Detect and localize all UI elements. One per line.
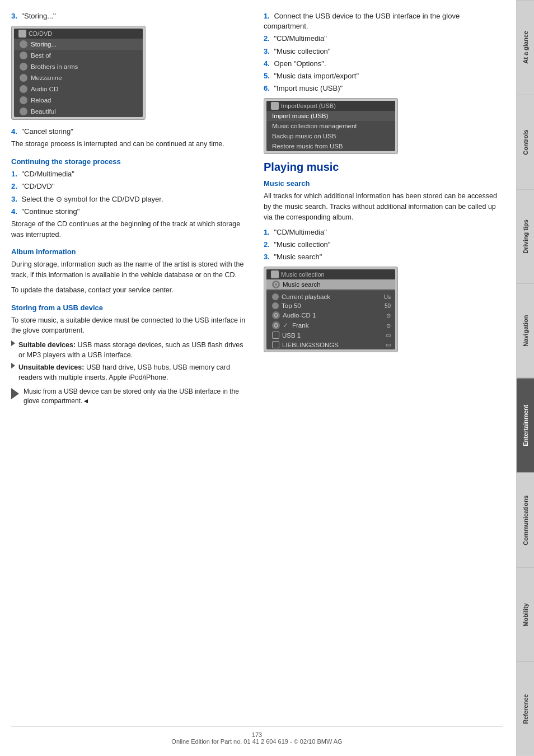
usb-step-1: 1. Connect the USB device to the USB int… [264, 11, 503, 31]
unsuitable-bullet-icon [11, 363, 15, 368]
mc-disc-icon-2 [272, 311, 280, 319]
import-item-import[interactable]: Import music (USB) [266, 111, 395, 121]
mc-title-text: Music collection [281, 271, 325, 278]
audiocd-icon [20, 85, 27, 93]
usb-suitable-text: Suitable devices: USB mass storage devic… [18, 340, 250, 360]
ms-step-2-text: "Music collection" [274, 240, 330, 249]
usb-step-4-num: 4. [264, 59, 270, 68]
ms-step-3-text: "Music search" [274, 253, 322, 261]
cont-step-3-num: 3. [11, 195, 17, 203]
playing-music-heading: Playing music [264, 161, 503, 174]
page-number: 173 [252, 731, 262, 738]
sidebar-tab-entertainment[interactable]: Entertainment [517, 378, 534, 473]
continuing-desc: Storage of the CD continues at the begin… [11, 219, 250, 240]
usb-unsuitable-label: Unsuitable devices: [18, 363, 84, 371]
tab-label-mobility: Mobility [522, 603, 529, 627]
beautiful-label: Beautiful [31, 108, 56, 115]
mc-audiocd1-badge: ⊙ [386, 312, 391, 319]
mc-title-bar: Music collection [266, 269, 395, 279]
usb-step-4-text: Open "Options". [274, 59, 326, 68]
usb-step-5-text: "Music data import/export" [274, 72, 359, 80]
cd-item-bestof[interactable]: Best of [14, 50, 143, 61]
note-triangle-icon [11, 388, 19, 399]
mc-frank-label: ✓ Frank [272, 321, 308, 329]
mc-lieblings-label: LIEBLINGSSONGS [272, 341, 339, 348]
edition-text: Online Edition for Part no. 01 41 2 604 … [171, 738, 342, 745]
cd-dvd-title-bar: CD/DVD [14, 29, 143, 39]
sidebar-tab-navigation[interactable]: Navigation [517, 283, 534, 378]
left-column: 3. "Storing..." CD/DVD Storing... [11, 11, 250, 715]
tab-label-at-a-glance: At a glance [522, 31, 529, 64]
ms-step-1-num: 1. [264, 228, 270, 236]
sidebar-tab-reference[interactable]: Reference [517, 661, 534, 756]
mc-nav-icon-1 [272, 293, 279, 300]
cd-item-beautiful[interactable]: Beautiful [14, 106, 143, 117]
cd-dvd-title-text: CD/DVD [29, 30, 52, 37]
brothers-label: Brothers in arms [31, 63, 78, 70]
usb-unsuitable-text: Unsuitable devices: USB hard drive, USB … [18, 363, 250, 382]
mc-nav-icon-2 [272, 302, 279, 309]
sidebar-tabs: At a glance Controls Driving tips Naviga… [516, 0, 534, 756]
import-screen-icon [271, 102, 279, 110]
usb-note-text: Music from a USB device can be stored on… [24, 387, 250, 406]
mc-row-frank[interactable]: ✓ Frank ⊙ [266, 320, 395, 330]
cont-step-2-text: "CD/DVD" [21, 182, 54, 190]
album-title: Album information [11, 248, 250, 256]
usb-step-1-text: Connect the USB device to the USB interf… [264, 12, 460, 30]
mc-row-lieblings[interactable]: LIEBLINGSSONGS ▭ [266, 340, 395, 349]
audiocd-label: Audio CD [31, 86, 58, 92]
step-3-text: "Storing..." [21, 12, 55, 20]
usb-step-5: 5. "Music data import/export" [264, 71, 503, 81]
collection-management-label: Music collection management [272, 123, 357, 129]
mc-row-audiocd1[interactable]: Audio-CD 1 ⊙ [266, 310, 395, 320]
usb-step-5-num: 5. [264, 72, 270, 80]
mc-row-usb1[interactable]: USB 1 ▭ [266, 330, 395, 340]
mc-row-music-search[interactable]: Music search [266, 279, 395, 290]
right-column: 1. Connect the USB device to the USB int… [264, 11, 503, 715]
cd-item-reload[interactable]: Reload [14, 95, 143, 106]
music-collection-screen: Music collection Music search [264, 267, 398, 352]
mc-music-search-label: Music search [272, 281, 321, 288]
mc-screen-icon [271, 270, 279, 278]
sidebar-tab-driving-tips[interactable]: Driving tips [517, 189, 534, 284]
step-4-text: "Cancel storing" [21, 127, 73, 136]
usb-step-6: 6. "Import music (USB)" [264, 83, 503, 94]
import-item-collection[interactable]: Music collection management [266, 121, 395, 131]
storing-icon [20, 40, 27, 48]
bestof-label: Best of [31, 52, 51, 59]
cont-step-1-text: "CD/Multimedia" [21, 170, 74, 178]
usb-step-6-text: "Import music (USB)" [274, 84, 343, 92]
usb-step-1-num: 1. [264, 12, 270, 20]
mc-folder-icon-1 [272, 332, 279, 339]
cont-step-4-num: 4. [11, 207, 17, 216]
sidebar-tab-communications[interactable]: Communications [517, 473, 534, 567]
mc-top50-text: Top 50 [282, 302, 301, 309]
usb-step-3-text: "Music collection" [274, 47, 330, 55]
sidebar-tab-at-a-glance[interactable]: At a glance [517, 0, 534, 95]
mc-row-top50[interactable]: Top 50 50 [266, 301, 395, 310]
tab-label-reference: Reference [522, 694, 529, 724]
mc-usb1-label: USB 1 [272, 332, 301, 339]
album-desc1: During storage, information such as the … [11, 259, 250, 281]
beautiful-icon [20, 108, 27, 115]
mc-current-badge: Us [384, 294, 391, 300]
mc-top50-badge: 50 [385, 303, 391, 309]
step-4-num: 4. [11, 127, 17, 136]
sidebar-tab-controls[interactable]: Controls [517, 95, 534, 189]
usb-note-box: Music from a USB device can be stored on… [11, 387, 250, 406]
mc-current-label: Current playback [272, 293, 330, 300]
import-item-backup[interactable]: Backup music on USB [266, 131, 395, 141]
sidebar-tab-mobility[interactable]: Mobility [517, 567, 534, 662]
import-item-restore[interactable]: Restore music from USB [266, 141, 395, 151]
import-title-bar: Import/export (USB) [266, 101, 395, 111]
mc-row-current[interactable]: Current playback Us [266, 292, 395, 301]
bestof-icon [20, 52, 27, 59]
mc-frank-text: Frank [292, 322, 308, 329]
cd-item-brothers[interactable]: Brothers in arms [14, 61, 143, 72]
cd-item-mezzanine[interactable]: Mezzanine [14, 72, 143, 83]
cd-item-storing[interactable]: Storing... [14, 39, 143, 50]
ms-step-2-num: 2. [264, 240, 270, 249]
cont-step-2-num: 2. [11, 182, 17, 190]
tab-label-driving-tips: Driving tips [522, 220, 529, 254]
cd-item-audiocd[interactable]: Audio CD [14, 83, 143, 95]
